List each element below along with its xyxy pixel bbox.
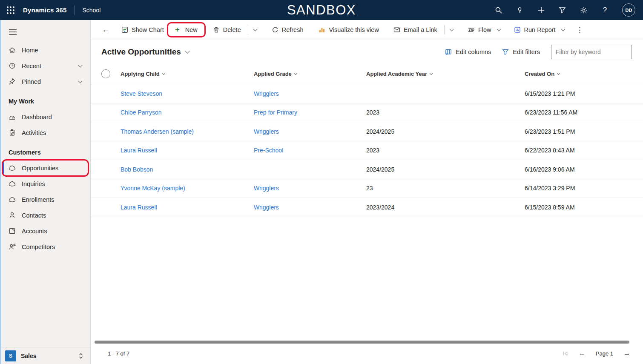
table-row[interactable]: Laura Russell Wrigglers 2023/2024 6/15/2… bbox=[91, 198, 643, 217]
chevron-down-icon bbox=[430, 72, 433, 75]
search-icon[interactable] bbox=[494, 6, 502, 14]
record-count: 1 - 7 of 7 bbox=[108, 350, 129, 357]
area-switcher[interactable]: S Sales bbox=[1, 347, 90, 364]
lightbulb-icon[interactable] bbox=[516, 6, 524, 14]
applied-grade-link[interactable]: Wrigglers bbox=[254, 128, 279, 135]
sidebar-item-label: Dashboard bbox=[22, 114, 52, 120]
first-page-icon[interactable] bbox=[562, 350, 568, 357]
next-page-icon[interactable]: → bbox=[623, 350, 630, 357]
academic-year-cell: 2023 bbox=[366, 109, 379, 116]
applying-child-link[interactable]: Laura Russell bbox=[121, 204, 157, 211]
edit-filters-button[interactable]: Edit filters bbox=[502, 49, 540, 55]
back-button[interactable]: ← bbox=[96, 25, 116, 34]
column-header-applied-grade[interactable]: Applied Grade bbox=[254, 71, 366, 77]
pin-icon bbox=[9, 78, 16, 85]
sidebar-item-accounts[interactable]: Accounts bbox=[1, 223, 90, 239]
plus-icon[interactable] bbox=[537, 6, 545, 14]
current-app-name[interactable]: School bbox=[82, 7, 100, 14]
table-row[interactable]: Bob Bobson 2024/2025 6/16/2023 9:06 AM bbox=[91, 160, 643, 179]
sidebar-item-label: Home bbox=[22, 47, 38, 54]
gear-icon[interactable] bbox=[580, 6, 588, 14]
entity-icon bbox=[9, 180, 16, 187]
table-row[interactable]: Laura Russell Pre-School 2023 6/22/2023 … bbox=[91, 141, 643, 161]
table-row[interactable]: Steve Steveson Wrigglers 6/15/2023 1:21 … bbox=[91, 84, 643, 103]
sidebar-item-home[interactable]: Home bbox=[1, 42, 90, 58]
applied-grade-link[interactable]: Wrigglers bbox=[254, 204, 279, 211]
collapse-sitemap-icon[interactable] bbox=[9, 29, 17, 35]
select-all-rows-circle[interactable] bbox=[101, 69, 110, 78]
view-selector[interactable]: Active Opportunities bbox=[101, 47, 189, 57]
accounts-icon bbox=[9, 227, 16, 235]
grid-column-headers: Applying Child Applied Grade Applied Aca… bbox=[91, 63, 643, 84]
academic-year-cell: 2023 bbox=[366, 147, 379, 154]
applied-grade-link[interactable]: Pre-School bbox=[254, 147, 283, 154]
sidebar-item-competitors[interactable]: Competitors bbox=[1, 239, 90, 255]
new-button[interactable]: + New bbox=[169, 24, 203, 36]
sidebar-item-enrollments[interactable]: Enrollments bbox=[1, 192, 90, 207]
more-commands-icon[interactable]: ⋮ bbox=[570, 26, 589, 34]
refresh-button[interactable]: Refresh bbox=[266, 24, 309, 36]
sidebar-item-inquiries[interactable]: Inquiries bbox=[1, 176, 90, 192]
command-label: Delete bbox=[223, 26, 241, 33]
app-launcher-waffle-icon[interactable] bbox=[6, 6, 15, 15]
clipboard-icon bbox=[9, 129, 16, 136]
column-header-applying-child[interactable]: Applying Child bbox=[121, 71, 254, 77]
delete-dropdown-chevron-icon[interactable] bbox=[250, 23, 261, 36]
sidebar-item-recent[interactable]: Recent bbox=[1, 58, 90, 74]
applying-child-link[interactable]: Steve Steveson bbox=[121, 90, 162, 97]
sidebar-item-opportunities[interactable]: Opportunities bbox=[1, 160, 90, 176]
filter-by-keyword-input[interactable] bbox=[551, 45, 632, 59]
previous-page-icon[interactable]: ← bbox=[579, 350, 586, 357]
table-row[interactable]: Chloe Parryson Prep for Primary 2023 6/2… bbox=[91, 103, 643, 123]
created-on-cell: 6/23/2023 11:56 AM bbox=[525, 109, 577, 116]
show-chart-button[interactable]: Show Chart bbox=[116, 24, 169, 36]
power-automate-flow-icon bbox=[468, 26, 475, 33]
flow-button[interactable]: Flow bbox=[462, 24, 506, 36]
applying-child-link[interactable]: Chloe Parryson bbox=[121, 109, 162, 116]
sidebar-item-contacts[interactable]: Contacts bbox=[1, 207, 90, 223]
column-header-applied-academic-year[interactable]: Applied Academic Year bbox=[366, 71, 525, 77]
horizontal-scrollbar-track bbox=[91, 338, 643, 345]
applied-grade-link[interactable]: Prep for Primary bbox=[254, 109, 297, 116]
edit-filters-label: Edit filters bbox=[513, 49, 540, 55]
applying-child-link[interactable]: Bob Bobson bbox=[121, 166, 153, 173]
applying-child-link[interactable]: Laura Russell bbox=[121, 147, 157, 154]
chevron-down-icon[interactable] bbox=[78, 63, 83, 67]
chevron-down-icon bbox=[561, 27, 565, 32]
table-row[interactable]: Thomas Andersen (sample) Wrigglers 2024/… bbox=[91, 122, 643, 141]
area-switcher-chevrons-icon[interactable] bbox=[78, 353, 83, 359]
delete-button[interactable]: Delete bbox=[207, 24, 247, 36]
sidebar-section-my-work: My Work bbox=[1, 89, 90, 109]
applied-grade-link[interactable]: Wrigglers bbox=[254, 185, 279, 192]
visualize-view-button[interactable]: Visualize this view bbox=[313, 24, 384, 36]
edit-columns-button[interactable]: Edit columns bbox=[445, 49, 491, 55]
sidebar-item-label: Accounts bbox=[22, 228, 47, 235]
sidebar-item-activities[interactable]: Activities bbox=[1, 125, 90, 140]
applied-grade-link[interactable]: Wrigglers bbox=[254, 90, 279, 97]
applying-child-link[interactable]: Thomas Andersen (sample) bbox=[121, 128, 194, 135]
table-row[interactable]: Yvonne McKay (sample) Wrigglers 23 6/14/… bbox=[91, 179, 643, 198]
applying-child-link[interactable]: Yvonne McKay (sample) bbox=[121, 185, 185, 192]
avatar[interactable]: DD bbox=[622, 3, 635, 17]
help-icon[interactable]: ? bbox=[601, 6, 609, 14]
academic-year-cell: 2024/2025 bbox=[366, 128, 394, 135]
sidebar-item-dashboard[interactable]: Dashboard bbox=[1, 109, 90, 125]
horizontal-scrollbar-thumb[interactable] bbox=[95, 341, 629, 344]
dynamics-365-brand[interactable]: Dynamics 365 bbox=[23, 6, 66, 14]
filter-icon[interactable] bbox=[558, 6, 566, 14]
chevron-down-icon bbox=[162, 72, 165, 75]
run-report-button[interactable]: Run Report bbox=[508, 24, 570, 36]
email-link-button[interactable]: Email a Link bbox=[388, 24, 443, 36]
command-label: Show Chart bbox=[132, 26, 164, 33]
app-window: SANDBOX Dynamics 365 School bbox=[0, 0, 643, 364]
email-dropdown-chevron-icon[interactable] bbox=[446, 23, 457, 36]
sidebar-item-pinned[interactable]: Pinned bbox=[1, 74, 90, 89]
sitemap-sidebar: Home Recent Pinned My Work bbox=[0, 20, 91, 364]
sidebar-item-label: Inquiries bbox=[22, 181, 45, 187]
sidebar-item-label: Enrollments bbox=[22, 196, 55, 203]
column-header-created-on[interactable]: Created On bbox=[525, 71, 643, 77]
chevron-down-icon[interactable] bbox=[78, 79, 83, 83]
page-number-label: Page 1 bbox=[596, 350, 613, 357]
command-label: Flow bbox=[478, 26, 491, 33]
entity-icon bbox=[9, 196, 16, 203]
